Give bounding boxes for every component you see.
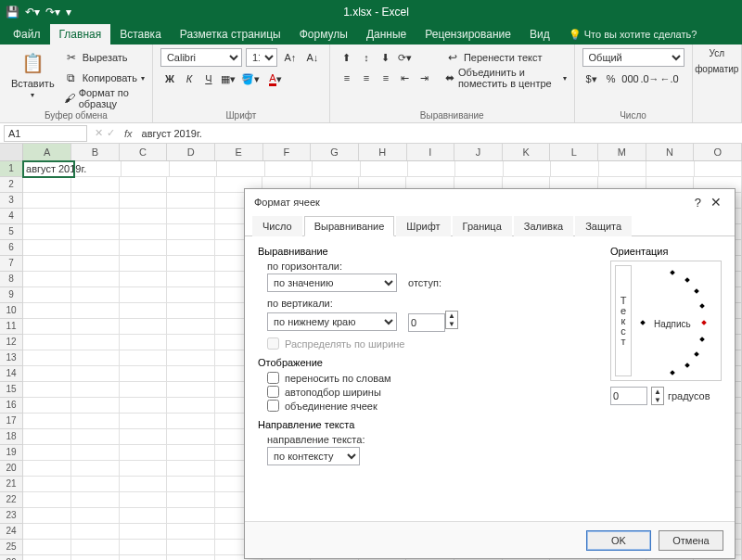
cell[interactable] <box>646 161 694 177</box>
format-painter-button[interactable]: 🖌Формат по образцу <box>64 89 145 108</box>
comma-button[interactable]: 000 <box>621 70 640 88</box>
formula-bar[interactable] <box>138 125 742 142</box>
degrees-spinner-buttons-icon[interactable]: ▲▼ <box>651 387 664 405</box>
row-header[interactable]: 10 <box>0 303 23 319</box>
tab-home[interactable]: Главная <box>50 24 111 45</box>
decrease-decimal-button[interactable]: ←.0 <box>660 70 679 88</box>
cell[interactable] <box>120 366 168 382</box>
orientation-button[interactable]: ⟳▾ <box>396 48 415 67</box>
decrease-font-button[interactable]: A↓ <box>303 48 322 67</box>
cell[interactable] <box>167 350 215 366</box>
cell[interactable]: август 2019г. <box>23 161 74 177</box>
cell[interactable] <box>120 445 168 461</box>
increase-font-button[interactable]: A↑ <box>281 48 300 67</box>
cell[interactable] <box>71 287 120 303</box>
cell[interactable] <box>167 177 215 193</box>
column-header[interactable]: B <box>71 144 120 160</box>
copy-button[interactable]: ⧉Копировать▾ <box>64 69 145 87</box>
cell[interactable] <box>71 382 120 398</box>
cell[interactable] <box>71 335 120 350</box>
underline-button[interactable]: Ч <box>199 70 218 88</box>
cell[interactable] <box>23 445 71 461</box>
spinner-buttons-icon[interactable]: ▲▼ <box>445 311 458 329</box>
cell[interactable] <box>71 477 120 492</box>
cell[interactable] <box>120 193 168 209</box>
cell[interactable] <box>120 540 168 555</box>
cell[interactable] <box>23 555 71 560</box>
dialog-tab-alignment[interactable]: Выравнивание <box>304 216 395 236</box>
dialog-help-button[interactable]: ? <box>689 196 707 210</box>
cell[interactable] <box>23 287 71 303</box>
wrap-text-button[interactable]: ↩Перенести текст <box>445 48 567 67</box>
cell[interactable] <box>71 508 120 524</box>
wrap-text-checkbox[interactable] <box>267 372 279 384</box>
row-header[interactable]: 17 <box>0 414 23 429</box>
paste-button[interactable]: 📋 Вставить ▾ <box>7 48 58 101</box>
dialog-tab-protection[interactable]: Защита <box>575 216 632 236</box>
cell[interactable] <box>23 240 71 256</box>
cell[interactable] <box>167 540 215 555</box>
cell[interactable] <box>167 209 215 224</box>
cell[interactable] <box>455 161 503 177</box>
indent-spinner[interactable] <box>408 313 445 332</box>
cell[interactable] <box>167 477 215 492</box>
cell[interactable] <box>71 350 120 366</box>
column-header[interactable]: K <box>503 144 551 160</box>
redo-icon[interactable]: ↷▾ <box>45 6 60 19</box>
align-left-button[interactable]: ≡ <box>338 69 356 87</box>
cell[interactable] <box>599 161 646 177</box>
row-header[interactable]: 2 <box>0 177 23 193</box>
row-header[interactable]: 15 <box>0 382 23 398</box>
cell[interactable] <box>120 256 168 272</box>
name-box[interactable] <box>4 125 87 142</box>
cell[interactable] <box>167 398 215 414</box>
tell-me[interactable]: 💡 Что вы хотите сделать? <box>559 24 707 45</box>
cell[interactable] <box>120 287 168 303</box>
cell[interactable] <box>120 224 168 240</box>
row-header[interactable]: 20 <box>0 461 23 477</box>
cell[interactable] <box>167 429 215 445</box>
dialog-tab-font[interactable]: Шрифт <box>396 216 450 236</box>
cut-button[interactable]: ✂Вырезать <box>64 48 145 67</box>
cell[interactable] <box>167 524 215 540</box>
cell[interactable] <box>167 492 215 508</box>
cell[interactable] <box>71 461 120 477</box>
row-header[interactable]: 3 <box>0 193 23 209</box>
cell[interactable] <box>71 303 120 319</box>
cell[interactable] <box>167 319 215 335</box>
cell[interactable] <box>167 193 215 209</box>
font-size-select[interactable]: 11 <box>246 48 277 67</box>
cell[interactable] <box>120 398 168 414</box>
cell[interactable] <box>170 161 217 177</box>
row-header[interactable]: 1 <box>0 161 23 177</box>
tab-view[interactable]: Вид <box>520 24 559 45</box>
orientation-control[interactable]: Текст Надпись <box>610 261 722 381</box>
cell[interactable] <box>120 555 168 560</box>
cell[interactable] <box>23 366 71 382</box>
dialog-tab-number[interactable]: Число <box>252 216 302 236</box>
cell[interactable] <box>167 461 215 477</box>
cell[interactable] <box>23 193 71 209</box>
row-header[interactable]: 9 <box>0 287 23 303</box>
cell[interactable] <box>71 492 120 508</box>
cell[interactable] <box>23 492 71 508</box>
ok-button[interactable]: OK <box>586 530 651 551</box>
select-all-corner[interactable] <box>0 144 23 160</box>
cell[interactable] <box>120 335 168 350</box>
cell[interactable] <box>71 209 120 224</box>
cell[interactable] <box>120 209 168 224</box>
cell[interactable] <box>23 177 71 193</box>
cell[interactable] <box>23 303 71 319</box>
align-center-button[interactable]: ≡ <box>357 69 376 87</box>
increase-decimal-button[interactable]: .0→ <box>641 70 659 88</box>
currency-button[interactable]: $▾ <box>582 70 601 88</box>
cell[interactable] <box>23 398 71 414</box>
column-header[interactable]: G <box>311 144 359 160</box>
cell[interactable] <box>71 193 120 209</box>
cell[interactable] <box>23 272 71 287</box>
italic-button[interactable]: К <box>180 70 198 88</box>
font-color-button[interactable]: A▾ <box>263 70 288 88</box>
cell[interactable] <box>71 366 120 382</box>
cell[interactable] <box>23 224 71 240</box>
row-header[interactable]: 18 <box>0 429 23 445</box>
